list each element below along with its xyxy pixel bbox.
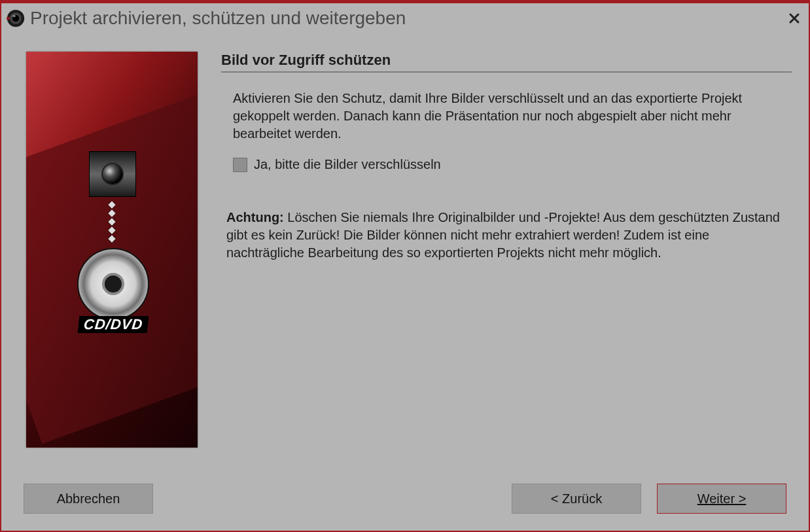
warning-text: Achtung: Löschen Sie niemals Ihre Origin…	[221, 209, 792, 262]
main-area: CD/DVD Bild vor Zugriff schützen Aktivie…	[1, 33, 809, 476]
warning-body: Löschen Sie niemals Ihre Originalbilder …	[226, 210, 780, 260]
disc-label: CD/DVD	[77, 316, 149, 333]
content-column: Bild vor Zugriff schützen Aktivieren Sie…	[221, 52, 792, 469]
project-icon	[89, 151, 136, 197]
cancel-button[interactable]: Abbrechen	[24, 484, 153, 514]
close-button[interactable]	[786, 10, 802, 26]
svg-rect-4	[7, 17, 10, 20]
window-title: Projekt archivieren, schützen und weiter…	[30, 8, 786, 29]
back-button[interactable]: < Zurück	[512, 484, 641, 514]
encrypt-checkbox-label: Ja, bitte die Bilder verschlüsseln	[254, 157, 441, 172]
next-button[interactable]: Weiter >	[657, 484, 786, 514]
footer-bar: Abbrechen < Zurück Weiter >	[1, 476, 809, 531]
warning-lead: Achtung:	[226, 210, 284, 224]
disc-icon: CD/DVD	[72, 248, 154, 333]
close-icon	[789, 13, 800, 24]
svg-point-3	[12, 15, 16, 18]
client-area: Projekt archivieren, schützen und weiter…	[1, 3, 809, 531]
hero-panel: CD/DVD	[26, 52, 198, 448]
app-lens-icon	[7, 9, 25, 27]
encrypt-checkbox-row: Ja, bitte die Bilder verschlüsseln	[221, 157, 792, 172]
encrypt-checkbox[interactable]	[233, 158, 247, 172]
title-bar: Projekt archivieren, schützen und weiter…	[1, 3, 809, 33]
section-heading: Bild vor Zugriff schützen	[221, 52, 792, 73]
description-text: Aktivieren Sie den Schutz, damit Ihre Bi…	[221, 90, 792, 143]
transfer-dots-icon	[109, 202, 114, 241]
wizard-window: Projekt archivieren, schützen und weiter…	[0, 0, 810, 532]
